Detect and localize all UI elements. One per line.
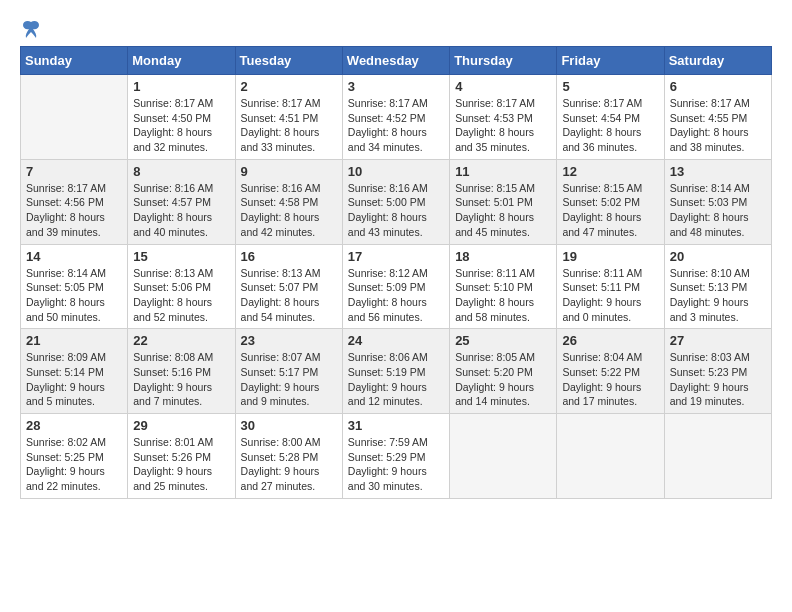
day-number: 15 (133, 249, 229, 264)
day-number: 10 (348, 164, 444, 179)
day-header-friday: Friday (557, 47, 664, 75)
calendar-cell: 8Sunrise: 8:16 AMSunset: 4:57 PMDaylight… (128, 159, 235, 244)
day-info: Sunrise: 8:17 AMSunset: 4:55 PMDaylight:… (670, 96, 766, 155)
day-number: 24 (348, 333, 444, 348)
calendar-cell: 9Sunrise: 8:16 AMSunset: 4:58 PMDaylight… (235, 159, 342, 244)
calendar-cell: 15Sunrise: 8:13 AMSunset: 5:06 PMDayligh… (128, 244, 235, 329)
calendar-cell: 12Sunrise: 8:15 AMSunset: 5:02 PMDayligh… (557, 159, 664, 244)
day-number: 29 (133, 418, 229, 433)
calendar-week-row: 7Sunrise: 8:17 AMSunset: 4:56 PMDaylight… (21, 159, 772, 244)
calendar-cell: 27Sunrise: 8:03 AMSunset: 5:23 PMDayligh… (664, 329, 771, 414)
day-number: 8 (133, 164, 229, 179)
day-info: Sunrise: 8:05 AMSunset: 5:20 PMDaylight:… (455, 350, 551, 409)
day-info: Sunrise: 8:17 AMSunset: 4:54 PMDaylight:… (562, 96, 658, 155)
day-number: 26 (562, 333, 658, 348)
day-number: 21 (26, 333, 122, 348)
day-info: Sunrise: 8:17 AMSunset: 4:56 PMDaylight:… (26, 181, 122, 240)
day-info: Sunrise: 7:59 AMSunset: 5:29 PMDaylight:… (348, 435, 444, 494)
day-number: 3 (348, 79, 444, 94)
calendar-cell: 16Sunrise: 8:13 AMSunset: 5:07 PMDayligh… (235, 244, 342, 329)
day-info: Sunrise: 8:02 AMSunset: 5:25 PMDaylight:… (26, 435, 122, 494)
day-info: Sunrise: 8:16 AMSunset: 4:58 PMDaylight:… (241, 181, 337, 240)
calendar-week-row: 1Sunrise: 8:17 AMSunset: 4:50 PMDaylight… (21, 75, 772, 160)
calendar-cell: 11Sunrise: 8:15 AMSunset: 5:01 PMDayligh… (450, 159, 557, 244)
calendar-cell: 28Sunrise: 8:02 AMSunset: 5:25 PMDayligh… (21, 414, 128, 499)
calendar-cell: 1Sunrise: 8:17 AMSunset: 4:50 PMDaylight… (128, 75, 235, 160)
day-info: Sunrise: 8:06 AMSunset: 5:19 PMDaylight:… (348, 350, 444, 409)
day-info: Sunrise: 8:14 AMSunset: 5:03 PMDaylight:… (670, 181, 766, 240)
day-number: 22 (133, 333, 229, 348)
calendar-cell: 6Sunrise: 8:17 AMSunset: 4:55 PMDaylight… (664, 75, 771, 160)
day-header-tuesday: Tuesday (235, 47, 342, 75)
calendar-cell: 14Sunrise: 8:14 AMSunset: 5:05 PMDayligh… (21, 244, 128, 329)
calendar-week-row: 21Sunrise: 8:09 AMSunset: 5:14 PMDayligh… (21, 329, 772, 414)
day-number: 13 (670, 164, 766, 179)
calendar-header-row: SundayMondayTuesdayWednesdayThursdayFrid… (21, 47, 772, 75)
day-number: 18 (455, 249, 551, 264)
day-number: 11 (455, 164, 551, 179)
day-info: Sunrise: 8:11 AMSunset: 5:10 PMDaylight:… (455, 266, 551, 325)
day-number: 9 (241, 164, 337, 179)
calendar-cell: 5Sunrise: 8:17 AMSunset: 4:54 PMDaylight… (557, 75, 664, 160)
day-number: 5 (562, 79, 658, 94)
day-info: Sunrise: 8:17 AMSunset: 4:50 PMDaylight:… (133, 96, 229, 155)
day-info: Sunrise: 8:13 AMSunset: 5:06 PMDaylight:… (133, 266, 229, 325)
logo-bird-icon (22, 20, 40, 40)
day-number: 6 (670, 79, 766, 94)
day-info: Sunrise: 8:16 AMSunset: 4:57 PMDaylight:… (133, 181, 229, 240)
calendar-cell: 21Sunrise: 8:09 AMSunset: 5:14 PMDayligh… (21, 329, 128, 414)
day-info: Sunrise: 8:17 AMSunset: 4:51 PMDaylight:… (241, 96, 337, 155)
calendar: SundayMondayTuesdayWednesdayThursdayFrid… (20, 46, 772, 499)
day-info: Sunrise: 8:10 AMSunset: 5:13 PMDaylight:… (670, 266, 766, 325)
day-info: Sunrise: 8:12 AMSunset: 5:09 PMDaylight:… (348, 266, 444, 325)
day-info: Sunrise: 8:15 AMSunset: 5:02 PMDaylight:… (562, 181, 658, 240)
day-number: 25 (455, 333, 551, 348)
calendar-cell: 25Sunrise: 8:05 AMSunset: 5:20 PMDayligh… (450, 329, 557, 414)
calendar-cell: 22Sunrise: 8:08 AMSunset: 5:16 PMDayligh… (128, 329, 235, 414)
day-number: 14 (26, 249, 122, 264)
day-header-sunday: Sunday (21, 47, 128, 75)
calendar-cell: 10Sunrise: 8:16 AMSunset: 5:00 PMDayligh… (342, 159, 449, 244)
day-number: 23 (241, 333, 337, 348)
day-info: Sunrise: 8:11 AMSunset: 5:11 PMDaylight:… (562, 266, 658, 325)
day-number: 30 (241, 418, 337, 433)
day-number: 16 (241, 249, 337, 264)
day-number: 19 (562, 249, 658, 264)
calendar-cell: 18Sunrise: 8:11 AMSunset: 5:10 PMDayligh… (450, 244, 557, 329)
day-info: Sunrise: 8:09 AMSunset: 5:14 PMDaylight:… (26, 350, 122, 409)
day-info: Sunrise: 8:08 AMSunset: 5:16 PMDaylight:… (133, 350, 229, 409)
day-info: Sunrise: 8:04 AMSunset: 5:22 PMDaylight:… (562, 350, 658, 409)
calendar-week-row: 14Sunrise: 8:14 AMSunset: 5:05 PMDayligh… (21, 244, 772, 329)
calendar-cell: 19Sunrise: 8:11 AMSunset: 5:11 PMDayligh… (557, 244, 664, 329)
calendar-cell: 31Sunrise: 7:59 AMSunset: 5:29 PMDayligh… (342, 414, 449, 499)
day-info: Sunrise: 8:14 AMSunset: 5:05 PMDaylight:… (26, 266, 122, 325)
calendar-cell: 24Sunrise: 8:06 AMSunset: 5:19 PMDayligh… (342, 329, 449, 414)
calendar-cell (21, 75, 128, 160)
day-header-thursday: Thursday (450, 47, 557, 75)
header (20, 20, 772, 36)
day-header-wednesday: Wednesday (342, 47, 449, 75)
day-info: Sunrise: 8:17 AMSunset: 4:53 PMDaylight:… (455, 96, 551, 155)
day-info: Sunrise: 8:17 AMSunset: 4:52 PMDaylight:… (348, 96, 444, 155)
day-number: 28 (26, 418, 122, 433)
day-number: 20 (670, 249, 766, 264)
day-number: 2 (241, 79, 337, 94)
day-info: Sunrise: 8:01 AMSunset: 5:26 PMDaylight:… (133, 435, 229, 494)
day-info: Sunrise: 8:00 AMSunset: 5:28 PMDaylight:… (241, 435, 337, 494)
calendar-cell: 20Sunrise: 8:10 AMSunset: 5:13 PMDayligh… (664, 244, 771, 329)
calendar-cell: 4Sunrise: 8:17 AMSunset: 4:53 PMDaylight… (450, 75, 557, 160)
calendar-cell: 26Sunrise: 8:04 AMSunset: 5:22 PMDayligh… (557, 329, 664, 414)
calendar-cell: 13Sunrise: 8:14 AMSunset: 5:03 PMDayligh… (664, 159, 771, 244)
calendar-cell: 3Sunrise: 8:17 AMSunset: 4:52 PMDaylight… (342, 75, 449, 160)
day-header-saturday: Saturday (664, 47, 771, 75)
day-info: Sunrise: 8:15 AMSunset: 5:01 PMDaylight:… (455, 181, 551, 240)
calendar-cell: 30Sunrise: 8:00 AMSunset: 5:28 PMDayligh… (235, 414, 342, 499)
calendar-cell: 29Sunrise: 8:01 AMSunset: 5:26 PMDayligh… (128, 414, 235, 499)
calendar-cell (557, 414, 664, 499)
day-info: Sunrise: 8:03 AMSunset: 5:23 PMDaylight:… (670, 350, 766, 409)
calendar-cell: 17Sunrise: 8:12 AMSunset: 5:09 PMDayligh… (342, 244, 449, 329)
day-number: 27 (670, 333, 766, 348)
calendar-cell (450, 414, 557, 499)
day-number: 17 (348, 249, 444, 264)
day-number: 4 (455, 79, 551, 94)
